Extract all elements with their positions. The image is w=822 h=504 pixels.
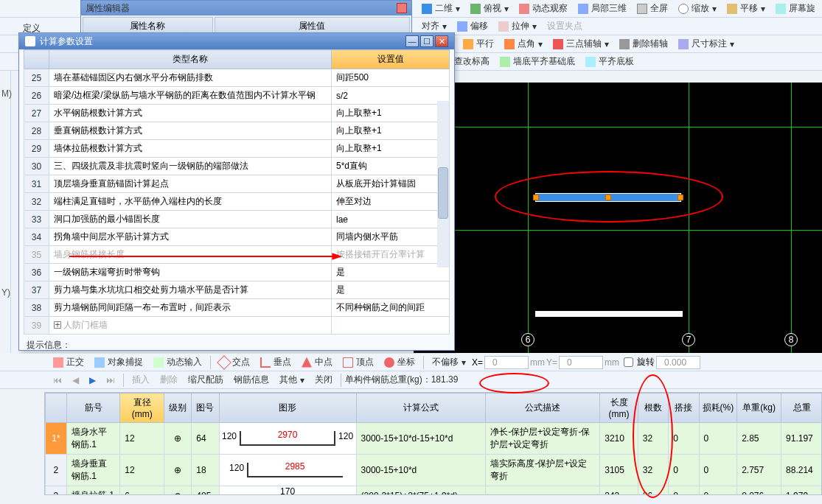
tool-offset[interactable]: 偏移 [453, 18, 492, 34]
cell-desc[interactable]: 净长-保护层+设定弯折-保护层+设定弯折 [486, 423, 600, 455]
param-row[interactable]: 25墙在基础锚固区内右侧水平分布钢筋排数间距500 [24, 69, 450, 87]
param-row[interactable]: 27水平钢筋根数计算方式向上取整+1 [24, 105, 450, 122]
close-icon[interactable] [397, 3, 407, 13]
tool-delete[interactable]: 删除 [156, 372, 182, 388]
tool-fullscreen[interactable]: 全屏 [633, 1, 672, 16]
grid-row[interactable]: 3墙身拉筋.16⊕485170(200-2*15)+2*(75+1.9*d)34… [46, 486, 823, 496]
rebar-grid[interactable]: 筋号直径(mm)级别图号图形计算公式公式描述长度(mm)根数搭接损耗(%)单重(… [44, 392, 822, 495]
tool-ortho[interactable]: 正交 [49, 354, 88, 370]
calc-params-dialog[interactable]: 计算参数设置 — ☐ ✕ 类型名称 设置值 25墙在基础锚固区内右侧水平分布钢筋… [18, 32, 455, 351]
snap-vertex[interactable]: 顶点 [338, 354, 378, 370]
tool-pan[interactable]: 平移▾ [722, 1, 770, 16]
param-value[interactable]: 5*d直钩 [332, 158, 450, 175]
tool-point-angle[interactable]: 点角▾ [500, 36, 547, 52]
cell-loss[interactable]: 0 [699, 423, 737, 455]
cell-length[interactable]: 3105 [600, 455, 638, 486]
param-value[interactable]: 按搭接错开百分率计算 [332, 246, 450, 264]
param-value[interactable]: s/2 [332, 87, 450, 105]
drawing-canvas[interactable]: 6 7 8 [414, 83, 822, 353]
cell-shape[interactable]: 170 [219, 486, 356, 496]
tool-2d[interactable]: 二维▾ [417, 1, 464, 16]
param-row[interactable]: 36一级钢筋末端弯折时带弯钩是 [24, 264, 450, 281]
param-row[interactable]: 34拐角墙中间层水平筋计算方式同墙内侧水平筋 [24, 228, 450, 246]
scrollbar-thumb[interactable] [438, 167, 448, 219]
grid-col-header[interactable]: 损耗(%) [699, 393, 737, 423]
snap-intersection[interactable]: 交点 [215, 354, 254, 370]
param-value[interactable]: 从板底开始计算锚固 [332, 175, 450, 193]
expand-icon[interactable]: + [54, 321, 61, 329]
grid-col-header[interactable]: 总重 [781, 393, 822, 423]
grid-col-header[interactable]: 级别 [164, 393, 192, 423]
param-value[interactable]: 向上取整+1 [332, 140, 450, 158]
cell-unit-weight[interactable]: 2.757 [737, 455, 781, 486]
param-row[interactable]: 29墙体拉筋根数计算方式向上取整+1 [24, 140, 450, 158]
tool-dynamic-observe[interactable]: 动态观察 [515, 1, 572, 16]
tool-align[interactable]: 对齐▾ [417, 18, 451, 34]
grid-row[interactable]: 2墙身垂直钢筋.112⊕1812029853000-15+10*d墙实际高度-保… [46, 455, 823, 486]
tool-flush-bottom[interactable]: 平齐底板 [581, 54, 638, 69]
y-input[interactable]: 0 [559, 356, 603, 369]
param-value[interactable]: lae [332, 211, 450, 228]
tool-zoom[interactable]: 缩放▾ [674, 1, 721, 16]
cell-shape[interactable]: 1202985 [219, 455, 356, 486]
tool-osnap[interactable]: 对象捕捉 [90, 354, 147, 370]
param-row[interactable]: 32端柱满足直锚时，水平筋伸入端柱内的长度伸至对边 [24, 193, 450, 211]
cell-level[interactable]: ⊕ [164, 423, 192, 455]
rotate-checkbox[interactable] [624, 357, 633, 367]
param-value[interactable]: 是 [332, 264, 450, 281]
grid-col-header[interactable]: 筋号 [66, 393, 119, 423]
cell-diameter[interactable]: 12 [120, 455, 164, 486]
rotate-input[interactable]: 0.000 [656, 356, 700, 369]
tool-stretch[interactable]: 拉伸▾ [494, 18, 541, 34]
cell-total-weight[interactable]: 1.979 [781, 486, 822, 496]
param-row[interactable]: 33洞口加强筋的最小锚固长度lae [24, 211, 450, 228]
snap-coords[interactable]: 坐标 [380, 354, 419, 370]
vertical-scrollbar[interactable] [437, 101, 449, 267]
tool-del-aux[interactable]: 删除辅轴 [615, 36, 672, 52]
cell-unit-weight[interactable]: 0.076 [737, 486, 781, 496]
param-row[interactable]: 38剪力墙钢筋同间距隔一布一布置时，间距表示不同种钢筋之间的间距 [24, 299, 450, 317]
tool-other[interactable]: 其他▾ [275, 372, 309, 388]
grid-col-header[interactable]: 图号 [192, 393, 219, 423]
tool-local-3d[interactable]: 局部三维 [574, 1, 631, 16]
cell-unit-weight[interactable]: 2.85 [737, 423, 781, 455]
cell-total-weight[interactable]: 91.197 [781, 423, 822, 455]
param-value[interactable]: 是 [332, 281, 450, 299]
param-row[interactable]: 30三、四级抗震及非抗震时竖向一级钢筋的端部做法5*d直钩 [24, 158, 450, 175]
param-value[interactable]: 向上取整+1 [332, 122, 450, 140]
tool-close[interactable]: 关闭 [310, 372, 337, 388]
cell-rebar-name[interactable]: 墙身拉筋.1 [66, 486, 119, 496]
maximize-button[interactable]: ☐ [420, 35, 433, 47]
cell-formula[interactable]: (200-2*15)+2*(75+1.9*d) [356, 486, 486, 496]
cell-length[interactable]: 3210 [600, 423, 638, 455]
grid-row[interactable]: 1*墙身水平钢筋.112⊕6412029701203000-15+10*d-15… [46, 423, 823, 455]
cell-desc[interactable] [486, 486, 600, 496]
cell-count[interactable]: 26 [638, 486, 668, 496]
cell-length[interactable]: 343 [600, 486, 638, 496]
property-editor-dialog[interactable]: 属性编辑器 属性名称 属性值 [80, 0, 412, 35]
cell-diameter[interactable]: 6 [120, 486, 164, 496]
cell-count[interactable]: 32 [638, 423, 668, 455]
cell-shape[interactable]: 1202970120 [219, 423, 356, 455]
cell-formula[interactable]: 3000-15+10*d-15+10*d [356, 423, 486, 455]
nav-prev-icon[interactable]: ◀ [68, 374, 83, 387]
tool-scale-rebar[interactable]: 缩尺配筋 [184, 372, 228, 388]
cell-total-weight[interactable]: 88.214 [781, 455, 822, 486]
cell-fig-no[interactable]: 18 [192, 455, 219, 486]
param-value[interactable]: 间距500 [332, 69, 450, 87]
grid-col-header[interactable]: 计算公式 [356, 393, 486, 423]
tool-dimension[interactable]: 尺寸标注▾ [674, 36, 739, 52]
cell-fig-no[interactable]: 485 [192, 486, 219, 496]
cell-fig-no[interactable]: 64 [192, 423, 219, 455]
param-value[interactable]: 向上取整+1 [332, 105, 450, 122]
param-row[interactable]: 26暗梁/边框梁/梁纵筋与墙水平钢筋的距离在数值范围内不计算水平钢s/2 [24, 87, 450, 105]
snap-perpendicular[interactable]: 垂点 [256, 354, 296, 370]
cell-lap[interactable]: 0 [669, 455, 699, 486]
nav-last-icon[interactable]: ⏭ [102, 374, 119, 387]
tool-rebar-info[interactable]: 钢筋信息 [229, 372, 274, 388]
cell-count[interactable]: 32 [638, 455, 668, 486]
cell-lap[interactable]: 0 [669, 423, 699, 455]
tool-parallel[interactable]: 平行 [459, 36, 498, 52]
param-row[interactable]: 31顶层墙身垂直筋锚固计算起点从板底开始计算锚固 [24, 175, 450, 193]
param-row[interactable]: 39+人防门框墙 [24, 317, 450, 335]
